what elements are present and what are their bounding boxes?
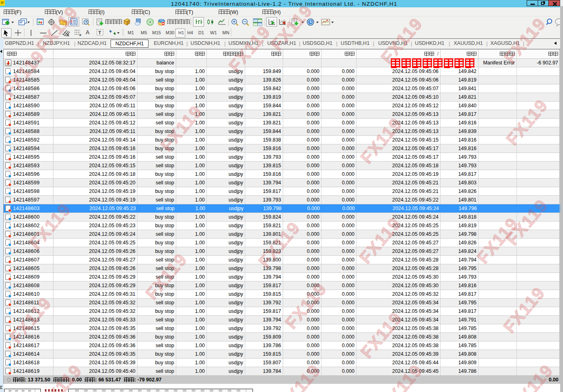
svg-text:F: F <box>80 34 82 37</box>
svg-text:E: E <box>67 34 69 37</box>
svg-text:T: T <box>98 30 101 35</box>
